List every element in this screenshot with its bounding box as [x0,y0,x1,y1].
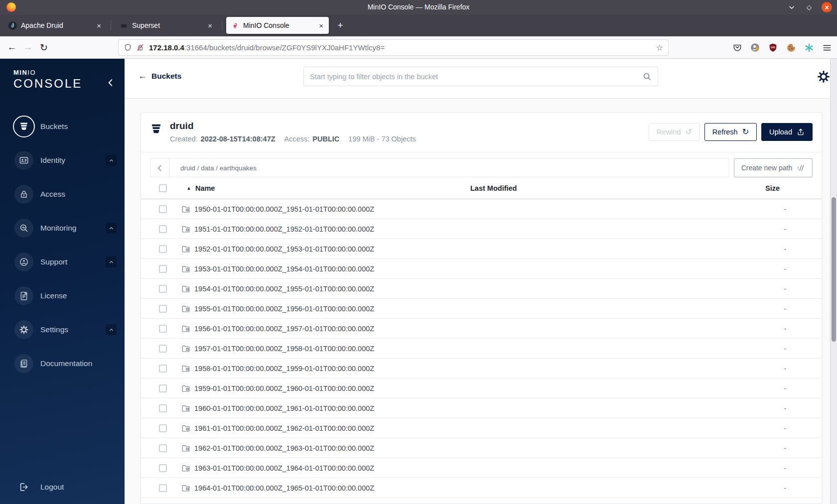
row-checkbox[interactable] [159,205,167,213]
object-name-cell[interactable]: 1960-01-01T00:00:00.000Z_1961-01-01T00:0… [181,404,470,413]
table-row[interactable]: 1961-01-01T00:00:00.000Z_1962-01-01T00:0… [141,418,822,438]
refresh-button[interactable]: Refresh↻ [704,123,757,141]
table-row[interactable]: 1951-01-01T00:00:00.000Z_1952-01-01T00:0… [141,219,822,239]
row-checkbox[interactable] [159,305,167,313]
object-name-cell[interactable]: 1961-01-01T00:00:00.000Z_1962-01-01T00:0… [181,424,470,433]
name-column-header[interactable]: ▲ Name [181,184,470,192]
url-text[interactable]: 172.18.0.4:31664/buckets/druid/browse/ZG… [149,43,652,52]
row-checkbox[interactable] [159,384,167,392]
tab-superset[interactable]: ∞ Superset × [115,17,218,34]
row-checkbox[interactable] [159,325,167,333]
scrollbar-thumb[interactable] [832,197,836,342]
object-name-cell[interactable]: 1954-01-01T00:00:00.000Z_1955-01-01T00:0… [181,284,470,293]
sidebar-item-license[interactable]: License [0,279,125,313]
row-checkbox[interactable] [159,464,167,472]
row-checkbox[interactable] [159,444,167,452]
row-checkbox[interactable] [159,404,167,412]
row-checkbox[interactable] [159,225,167,233]
sidebar-item-access[interactable]: Access [0,177,125,211]
collapse-caret-icon[interactable] [106,324,117,335]
tab-apache-druid[interactable]: ∂ Apache Druid × [4,17,107,34]
object-name-cell[interactable]: 1955-01-01T00:00:00.000Z_1956-01-01T00:0… [181,304,470,313]
tab-close-icon[interactable]: × [96,21,102,30]
object-name-cell[interactable]: 1951-01-01T00:00:00.000Z_1952-01-01T00:0… [181,225,470,234]
reload-button[interactable]: ↻ [36,42,52,53]
close-button[interactable]: × [822,2,832,12]
bookmark-star-icon[interactable]: ☆ [656,43,663,52]
table-row[interactable]: 1950-01-01T00:00:00.000Z_1951-01-01T00:0… [141,199,822,219]
create-new-path-button[interactable]: Create new path [734,158,813,177]
object-name-cell[interactable]: 1957-01-01T00:00:00.000Z_1958-01-01T00:0… [181,344,470,353]
object-name-cell[interactable]: 1958-01-01T00:00:00.000Z_1959-01-01T00:0… [181,364,470,373]
sidebar-item-monitoring[interactable]: Monitoring [0,211,125,245]
breadcrumb[interactable]: druid / data / earthquakes [169,164,257,172]
maximize-button[interactable]: ◇ [804,2,814,12]
new-tab-button[interactable]: + [333,18,348,33]
table-row[interactable]: 1953-01-01T00:00:00.000Z_1954-01-01T00:0… [141,259,822,279]
table-row[interactable]: 1952-01-01T00:00:00.000Z_1953-01-01T00:0… [141,239,822,259]
account-extension-icon[interactable] [750,42,760,53]
console-settings-gear-icon[interactable] [817,70,831,84]
table-row[interactable]: 1955-01-01T00:00:00.000Z_1956-01-01T00:0… [141,299,822,319]
row-checkbox[interactable] [159,365,167,373]
rewind-button[interactable]: Rewind↺ [649,123,700,141]
page-scrollbar[interactable] [830,59,837,504]
cookie-extension-icon[interactable] [786,42,796,53]
sidebar-item-logout[interactable]: Logout [0,470,125,504]
pocket-icon[interactable] [732,42,742,53]
table-row[interactable]: 1959-01-01T00:00:00.000Z_1960-01-01T00:0… [141,378,822,398]
table-row[interactable]: 1960-01-01T00:00:00.000Z_1961-01-01T00:0… [141,398,822,418]
tab-close-icon[interactable]: × [318,21,324,30]
support-icon [14,252,33,271]
object-name-cell[interactable]: 1950-01-01T00:00:00.000Z_1951-01-01T00:0… [181,205,470,214]
row-checkbox[interactable] [159,484,167,492]
minimize-button[interactable] [787,2,797,12]
object-name-cell[interactable]: 1962-01-01T00:00:00.000Z_1963-01-01T00:0… [181,444,470,453]
row-checkbox[interactable] [159,345,167,353]
object-name-cell[interactable]: 1952-01-01T00:00:00.000Z_1953-01-01T00:0… [181,245,470,253]
back-to-buckets-link[interactable]: ← Buckets [138,71,181,81]
row-checkbox[interactable] [159,265,167,273]
table-row[interactable]: 1954-01-01T00:00:00.000Z_1955-01-01T00:0… [141,279,822,299]
table-row[interactable]: 1956-01-01T00:00:00.000Z_1957-01-01T00:0… [141,319,822,339]
object-name-cell[interactable]: 1963-01-01T00:00:00.000Z_1964-01-01T00:0… [181,464,470,473]
table-row[interactable]: 1963-01-01T00:00:00.000Z_1964-01-01T00:0… [141,458,822,478]
object-name-cell[interactable]: 1964-01-01T00:00:00.000Z_1965-01-01T00:0… [181,484,470,493]
tracking-shield-icon[interactable] [124,43,132,52]
table-row[interactable]: 1962-01-01T00:00:00.000Z_1963-01-01T00:0… [141,438,822,458]
upload-button[interactable]: Upload [761,123,813,141]
insecure-lock-icon[interactable] [136,43,144,52]
object-name-cell[interactable]: 1959-01-01T00:00:00.000Z_1960-01-01T00:0… [181,384,470,393]
row-checkbox[interactable] [159,285,167,293]
menu-hamburger-icon[interactable] [822,42,832,53]
collapse-caret-icon[interactable] [106,223,117,234]
sidebar-item-buckets[interactable]: Buckets [0,110,125,143]
object-name-cell[interactable]: 1953-01-01T00:00:00.000Z_1954-01-01T00:0… [181,264,470,273]
folder-icon [181,245,190,253]
object-name-cell[interactable]: 1956-01-01T00:00:00.000Z_1957-01-01T00:0… [181,324,470,333]
sidebar-item-settings[interactable]: Settings [0,313,125,347]
table-row[interactable]: 1957-01-01T00:00:00.000Z_1958-01-01T00:0… [141,339,822,359]
search-input[interactable] [310,73,642,81]
sidebar-item-support[interactable]: Support [0,245,125,279]
collapse-caret-icon[interactable] [106,155,117,166]
sidebar-item-documentation[interactable]: Documentation [0,347,125,380]
table-row[interactable]: 1958-01-01T00:00:00.000Z_1959-01-01T00:0… [141,359,822,378]
table-row[interactable]: 1964-01-01T00:00:00.000Z_1965-01-01T00:0… [141,478,822,498]
sidebar-collapse-icon[interactable] [106,78,116,88]
path-bar: druid / data / earthquakes Create new pa… [150,158,813,177]
collapse-caret-icon[interactable] [106,256,117,267]
tab-close-icon[interactable]: × [207,21,213,30]
row-checkbox[interactable] [159,245,167,253]
sidebar-item-identity[interactable]: Identity [0,143,125,177]
url-bar[interactable]: 172.18.0.4:31664/buckets/druid/browse/ZG… [118,39,669,56]
row-checkbox[interactable] [159,424,167,432]
asterisk-extension-icon[interactable] [804,42,814,53]
forward-button[interactable]: → [20,42,36,53]
back-button[interactable]: ← [4,42,20,53]
path-back-chevron[interactable] [150,159,169,177]
ublock-icon[interactable]: UO [768,42,778,53]
tab-minio-console[interactable]: MinIO Console × [226,17,329,34]
object-filter-search[interactable] [303,67,658,86]
select-all-checkbox[interactable] [159,184,167,192]
